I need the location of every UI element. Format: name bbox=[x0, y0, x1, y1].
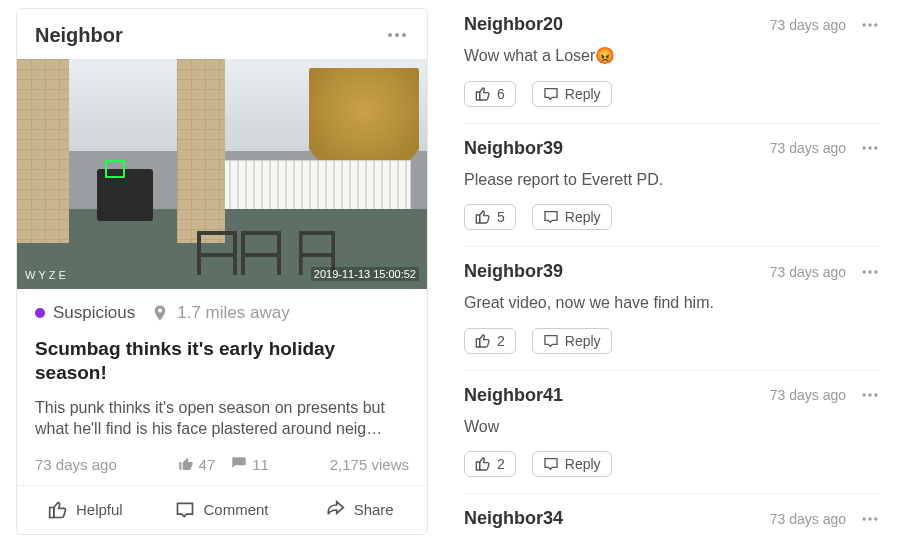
more-icon bbox=[860, 509, 880, 529]
thumbs-up-outline-icon bbox=[475, 86, 491, 102]
post-stats-row: 73 days ago 47 11 2,175 views bbox=[35, 456, 409, 473]
category-dot-icon bbox=[35, 308, 45, 318]
svg-point-13 bbox=[868, 394, 871, 397]
svg-point-2 bbox=[402, 33, 406, 37]
share-icon bbox=[324, 500, 346, 520]
comment-age: 73 days ago bbox=[770, 17, 846, 33]
post-action-bar: Helpful Comment Share bbox=[17, 485, 427, 534]
comment-body: Wow what a Loser😡 bbox=[464, 45, 880, 67]
svg-point-5 bbox=[874, 23, 877, 26]
comment-body: Wow bbox=[464, 416, 880, 438]
svg-point-12 bbox=[863, 394, 866, 397]
thumbs-up-outline-icon bbox=[475, 456, 491, 472]
svg-point-7 bbox=[868, 146, 871, 149]
comment-reply-button[interactable]: Reply bbox=[532, 328, 612, 354]
svg-point-1 bbox=[395, 33, 399, 37]
camera-timestamp-watermark: 2019-11-13 15:00:52 bbox=[311, 267, 419, 281]
comment-overflow-menu[interactable] bbox=[860, 385, 880, 405]
comment-outline-icon bbox=[543, 333, 559, 349]
post-body: Suspicious 1.7 miles away Scumbag thinks… bbox=[17, 289, 427, 485]
comment-reply-button[interactable]: Reply bbox=[532, 204, 612, 230]
comment-like-count: 6 bbox=[497, 86, 505, 102]
more-icon bbox=[860, 138, 880, 158]
comment-item: Neighbor20 73 days ago Wow what a Loser😡… bbox=[464, 0, 880, 124]
post-description: This punk thinks it's open season on pre… bbox=[35, 397, 409, 440]
svg-point-6 bbox=[863, 146, 866, 149]
comment-item: Neighbor41 73 days ago Wow 2 Reply bbox=[464, 371, 880, 495]
comments-column: Neighbor20 73 days ago Wow what a Loser😡… bbox=[440, 0, 900, 541]
comment-item: Neighbor34 73 days ago Why can't people … bbox=[464, 494, 880, 541]
thumbs-up-outline-icon bbox=[48, 500, 68, 520]
comment-overflow-menu[interactable] bbox=[860, 15, 880, 35]
motion-detection-box bbox=[105, 160, 125, 178]
comment-reply-button[interactable]: Reply bbox=[532, 81, 612, 107]
camera-brand-watermark: WYZE bbox=[25, 269, 69, 281]
svg-point-17 bbox=[874, 517, 877, 520]
more-icon bbox=[385, 23, 409, 47]
comment-author[interactable]: Neighbor34 bbox=[464, 508, 563, 529]
comment-like-button[interactable]: 6 bbox=[464, 81, 516, 107]
comment-author[interactable]: Neighbor20 bbox=[464, 14, 563, 35]
comment-overflow-menu[interactable] bbox=[860, 138, 880, 158]
svg-point-0 bbox=[388, 33, 392, 37]
comment-body: Great video, now we have find him. bbox=[464, 292, 880, 314]
comment-reply-button[interactable]: Reply bbox=[532, 451, 612, 477]
thumbs-up-outline-icon bbox=[475, 333, 491, 349]
comment-body: Please report to Everett PD. bbox=[464, 169, 880, 191]
comment-author[interactable]: Neighbor39 bbox=[464, 138, 563, 159]
svg-point-4 bbox=[868, 23, 871, 26]
comment-like-count: 5 bbox=[497, 209, 505, 225]
comment-like-button[interactable]: 2 bbox=[464, 328, 516, 354]
comment-author[interactable]: Neighbor41 bbox=[464, 385, 563, 406]
comment-item: Neighbor39 73 days ago Great video, now … bbox=[464, 247, 880, 371]
comment-like-button[interactable]: 5 bbox=[464, 204, 516, 230]
post-title: Scumbag thinks it's early holiday season… bbox=[35, 337, 409, 385]
svg-point-15 bbox=[863, 517, 866, 520]
post-header: Neighbor bbox=[17, 9, 427, 59]
svg-point-14 bbox=[874, 394, 877, 397]
comment-overflow-menu[interactable] bbox=[860, 509, 880, 529]
more-icon bbox=[860, 262, 880, 282]
helpful-button[interactable]: Helpful bbox=[17, 486, 154, 534]
post-video-thumbnail[interactable]: WYZE 2019-11-13 15:00:52 bbox=[17, 59, 427, 289]
comment-age: 73 days ago bbox=[770, 511, 846, 527]
comment-outline-icon bbox=[543, 456, 559, 472]
post-views: 2,175 views bbox=[330, 456, 409, 473]
comment-like-count: 2 bbox=[497, 456, 505, 472]
comment-overflow-menu[interactable] bbox=[860, 262, 880, 282]
post-distance: 1.7 miles away bbox=[177, 303, 289, 323]
more-icon bbox=[860, 15, 880, 35]
svg-point-8 bbox=[874, 146, 877, 149]
comment-age: 73 days ago bbox=[770, 387, 846, 403]
comment-outline-icon bbox=[543, 86, 559, 102]
comment-like-button[interactable]: 2 bbox=[464, 451, 516, 477]
comment-outline-icon bbox=[175, 500, 195, 520]
comment-like-count: 2 bbox=[497, 333, 505, 349]
svg-point-11 bbox=[874, 270, 877, 273]
location-pin-icon bbox=[151, 304, 169, 322]
svg-point-3 bbox=[863, 23, 866, 26]
comment-author[interactable]: Neighbor39 bbox=[464, 261, 563, 282]
post-author: Neighbor bbox=[35, 24, 123, 47]
post-overflow-menu[interactable] bbox=[385, 23, 409, 47]
more-icon bbox=[860, 385, 880, 405]
svg-point-10 bbox=[868, 270, 871, 273]
comment-outline-icon bbox=[543, 209, 559, 225]
post-age: 73 days ago bbox=[35, 456, 117, 473]
post-card: Neighbor WYZE 2019-11-13 15:00:52 bbox=[16, 8, 428, 535]
svg-point-16 bbox=[868, 517, 871, 520]
comment-age: 73 days ago bbox=[770, 140, 846, 156]
post-comment-count[interactable]: 11 bbox=[231, 456, 269, 473]
category-label[interactable]: Suspicious bbox=[53, 303, 135, 323]
comment-item: Neighbor39 73 days ago Please report to … bbox=[464, 124, 880, 248]
post-likes[interactable]: 47 bbox=[178, 456, 216, 473]
comment-icon bbox=[231, 456, 247, 472]
comment-age: 73 days ago bbox=[770, 264, 846, 280]
share-button[interactable]: Share bbox=[290, 486, 427, 534]
svg-point-9 bbox=[863, 270, 866, 273]
post-meta-tags: Suspicious 1.7 miles away bbox=[35, 303, 409, 323]
comment-button[interactable]: Comment bbox=[154, 486, 291, 534]
thumbs-up-outline-icon bbox=[475, 209, 491, 225]
thumbs-up-icon bbox=[178, 456, 194, 472]
